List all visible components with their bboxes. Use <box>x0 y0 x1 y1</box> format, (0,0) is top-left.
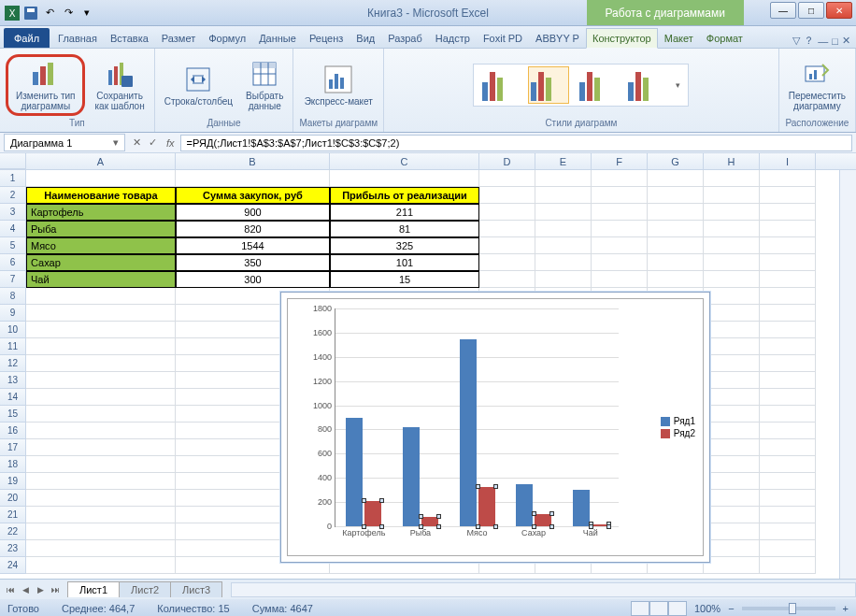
cell-E5[interactable] <box>535 237 592 254</box>
cell-A18[interactable] <box>26 456 176 473</box>
legend-item-Ряд1[interactable]: Ряд1 <box>661 416 695 426</box>
cell-I19[interactable] <box>760 473 816 490</box>
row-header-7[interactable]: 7 <box>0 271 26 288</box>
cell-A7[interactable]: Чай <box>26 271 176 288</box>
bar-Ряд2-Картофель[interactable] <box>364 501 381 526</box>
column-header-F[interactable]: F <box>592 153 648 169</box>
cell-I14[interactable] <box>760 389 816 406</box>
switch-row-column-button[interactable]: Строка/столбец <box>161 63 236 108</box>
cell-G4[interactable] <box>648 221 704 237</box>
cell-H11[interactable] <box>704 338 760 355</box>
cell-H23[interactable] <box>704 540 760 557</box>
cell-H21[interactable] <box>704 507 760 523</box>
cell-A17[interactable] <box>26 439 176 456</box>
cell-F5[interactable] <box>592 237 648 254</box>
cell-I15[interactable] <box>760 406 816 423</box>
cell-H13[interactable] <box>704 372 760 389</box>
cell-I5[interactable] <box>760 237 816 254</box>
row-header-15[interactable]: 15 <box>0 406 26 423</box>
cell-D3[interactable] <box>479 204 535 221</box>
tab-конструктор[interactable]: Конструктор <box>586 28 658 49</box>
row-header-11[interactable]: 11 <box>0 338 26 355</box>
chart-legend[interactable]: Ряд1Ряд2 <box>661 414 695 440</box>
minimize-button[interactable]: — <box>770 2 796 19</box>
cell-A5[interactable]: Мясо <box>26 237 176 254</box>
sheet-nav-first-icon[interactable]: ⏮ <box>4 585 17 595</box>
cell-A22[interactable] <box>26 523 176 540</box>
cell-A23[interactable] <box>26 540 176 557</box>
cell-H4[interactable] <box>704 221 760 237</box>
row-header-16[interactable]: 16 <box>0 423 26 439</box>
cell-I21[interactable] <box>760 507 816 523</box>
name-box[interactable]: Диаграмма 1 ▾ <box>4 134 125 151</box>
row-header-3[interactable]: 3 <box>0 204 26 221</box>
cell-I8[interactable] <box>760 288 816 305</box>
sheet-tab-Лист2[interactable]: Лист2 <box>119 581 171 597</box>
cell-G2[interactable] <box>648 187 704 204</box>
formula-enter-icon[interactable]: ✓ <box>145 136 161 149</box>
row-header-18[interactable]: 18 <box>0 456 26 473</box>
cell-A9[interactable] <box>26 305 176 322</box>
cell-G6[interactable] <box>648 254 704 271</box>
cell-F4[interactable] <box>592 221 648 237</box>
sheet-nav-next-icon[interactable]: ▶ <box>34 585 47 595</box>
tab-abbyy p[interactable]: ABBYY P <box>529 28 586 48</box>
cell-A19[interactable] <box>26 473 176 490</box>
workbook-close-icon[interactable]: ✕ <box>842 35 850 47</box>
cell-F6[interactable] <box>592 254 648 271</box>
cell-E7[interactable] <box>535 271 592 288</box>
cell-E4[interactable] <box>535 221 592 237</box>
cell-H15[interactable] <box>704 406 760 423</box>
column-header-A[interactable]: A <box>26 153 176 169</box>
cell-G7[interactable] <box>648 271 704 288</box>
cell-E3[interactable] <box>535 204 592 221</box>
row-header-22[interactable]: 22 <box>0 523 26 540</box>
tab-формат[interactable]: Формат <box>700 28 749 48</box>
tab-макет[interactable]: Макет <box>658 28 700 48</box>
cell-F2[interactable] <box>592 187 648 204</box>
cell-I16[interactable] <box>760 423 816 439</box>
cell-I2[interactable] <box>760 187 816 204</box>
cell-H5[interactable] <box>704 237 760 254</box>
move-chart-button[interactable]: Переместить диаграмму <box>785 57 849 113</box>
cell-D2[interactable] <box>479 187 535 204</box>
row-header-19[interactable]: 19 <box>0 473 26 490</box>
cell-B4[interactable]: 820 <box>176 221 330 237</box>
row-header-8[interactable]: 8 <box>0 288 26 305</box>
column-header-D[interactable]: D <box>479 153 535 169</box>
fx-icon[interactable]: fx <box>161 137 180 149</box>
cell-H24[interactable] <box>704 557 760 574</box>
cell-A10[interactable] <box>26 322 176 338</box>
cell-H19[interactable] <box>704 473 760 490</box>
excel-icon[interactable]: X <box>4 5 21 21</box>
cell-I22[interactable] <box>760 523 816 540</box>
embedded-chart[interactable]: 020040060080010001200140016001800Картофе… <box>280 292 710 563</box>
chart-style-1[interactable] <box>479 66 521 104</box>
bar-Ряд1-Мясо[interactable] <box>460 339 477 526</box>
cell-B2[interactable]: Сумма закупок, руб <box>176 187 330 204</box>
help-icon[interactable]: ？ <box>804 34 814 48</box>
maximize-button[interactable]: □ <box>798 2 824 19</box>
cell-A16[interactable] <box>26 423 176 439</box>
cell-I11[interactable] <box>760 338 816 355</box>
cell-E6[interactable] <box>535 254 592 271</box>
cell-G5[interactable] <box>648 237 704 254</box>
cell-H6[interactable] <box>704 254 760 271</box>
cell-B7[interactable]: 300 <box>176 271 330 288</box>
save-icon[interactable] <box>22 5 39 21</box>
cell-I18[interactable] <box>760 456 816 473</box>
column-header-G[interactable]: G <box>648 153 704 169</box>
legend-item-Ряд2[interactable]: Ряд2 <box>661 428 695 438</box>
row-header-17[interactable]: 17 <box>0 439 26 456</box>
cell-D5[interactable] <box>479 237 535 254</box>
gallery-more-icon[interactable]: ▾ <box>674 80 682 90</box>
cell-I9[interactable] <box>760 305 816 322</box>
cell-A13[interactable] <box>26 372 176 389</box>
cell-A20[interactable] <box>26 490 176 507</box>
sheet-nav-last-icon[interactable]: ⏭ <box>49 585 62 595</box>
cell-B5[interactable]: 1544 <box>176 237 330 254</box>
tab-надстр[interactable]: Надстр <box>429 28 477 48</box>
workbook-min-icon[interactable]: — <box>818 36 828 47</box>
cell-E1[interactable] <box>535 170 592 187</box>
cell-I24[interactable] <box>760 557 816 574</box>
